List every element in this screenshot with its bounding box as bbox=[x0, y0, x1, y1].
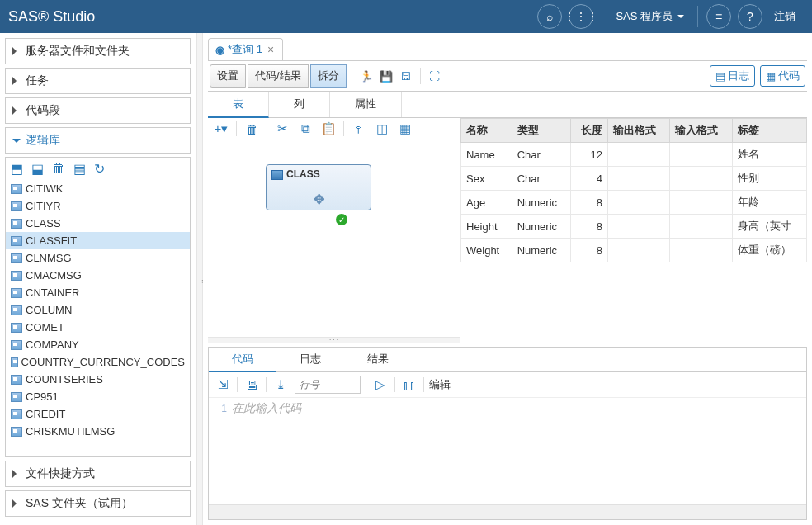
play-icon[interactable]: ▷ bbox=[371, 377, 389, 392]
cut-icon[interactable]: ✂ bbox=[274, 121, 290, 136]
app-logo: SAS® Studio bbox=[8, 8, 534, 26]
tree-item[interactable]: COUNTSERIES bbox=[6, 371, 190, 388]
table-row[interactable]: AgeNumeric8年龄 bbox=[461, 191, 807, 215]
acc-shortcuts[interactable]: 文件快捷方式 bbox=[5, 461, 191, 487]
tree-item[interactable]: CLASS bbox=[6, 215, 190, 232]
col-name-header[interactable]: 名称 bbox=[461, 119, 512, 143]
tab-column[interactable]: 列 bbox=[269, 92, 330, 117]
tab-results[interactable]: 结果 bbox=[344, 348, 412, 371]
tree-item[interactable]: CRISKMUTILMSG bbox=[6, 423, 190, 440]
delete-icon[interactable]: 🗑 bbox=[243, 122, 260, 136]
tree-item[interactable]: CREDIT bbox=[6, 405, 190, 423]
join-icon[interactable]: ⫯ bbox=[351, 122, 367, 136]
library-tree[interactable]: CITIWKCITIYRCLASSCLASSFITCLNMSGCMACMSGCN… bbox=[6, 180, 190, 456]
table-icon bbox=[271, 170, 283, 180]
dataset-icon bbox=[11, 288, 22, 298]
doc-tab-query1[interactable]: ◉ *查询 1 × bbox=[208, 38, 283, 60]
open-log-button[interactable]: ▤日志 bbox=[710, 65, 755, 87]
acc-libraries[interactable]: 逻辑库 bbox=[5, 127, 191, 154]
col-label-header[interactable]: 标签 bbox=[732, 119, 806, 143]
tab-table[interactable]: 表 bbox=[208, 92, 269, 118]
table-row[interactable]: WeightNumeric8体重（磅） bbox=[461, 239, 807, 262]
more-menu-icon[interactable]: ≡ bbox=[706, 4, 731, 29]
tree-item[interactable]: COUNTRY_CURRENCY_CODES bbox=[6, 353, 190, 371]
tree-item[interactable]: CITIWK bbox=[6, 180, 190, 197]
format-icon[interactable]: ⫿⫿ bbox=[400, 378, 418, 392]
tree-item[interactable]: CLASSFIT bbox=[6, 232, 190, 249]
goto-line-input[interactable] bbox=[295, 376, 361, 394]
lib-delete-icon[interactable]: 🗑 bbox=[52, 161, 65, 177]
table-node-class[interactable]: CLASS ✥ bbox=[266, 164, 371, 210]
table-row[interactable]: HeightNumeric8身高（英寸 bbox=[461, 215, 807, 239]
col-infmt-header[interactable]: 输入格式 bbox=[670, 119, 732, 143]
acc-tasks[interactable]: 任务 bbox=[5, 68, 191, 94]
fullscreen-icon[interactable]: ⛶ bbox=[426, 67, 444, 85]
tab-code[interactable]: 代码 bbox=[209, 348, 276, 372]
dataset-icon bbox=[11, 323, 22, 333]
layout-icon[interactable]: ◫ bbox=[374, 121, 390, 136]
acc-libraries-body: ⬒ ⬓ 🗑 ▤ ↻ CITIWKCITIYRCLASSCLASSFITCLNMS… bbox=[5, 157, 191, 457]
query-canvas[interactable]: CLASS ✥ ✓ bbox=[208, 140, 460, 337]
acc-server-files[interactable]: 服务器文件和文件夹 bbox=[5, 38, 191, 64]
dataset-icon bbox=[11, 219, 22, 229]
tree-item[interactable]: COLUMN bbox=[6, 301, 190, 319]
save-icon[interactable]: 💾 bbox=[377, 67, 395, 85]
code-editor[interactable]: 1在此输入代码 bbox=[209, 398, 806, 504]
export-icon[interactable]: ⇲ bbox=[214, 377, 232, 392]
download-icon[interactable]: ⤓ bbox=[271, 377, 290, 392]
help-icon[interactable]: ? bbox=[738, 4, 762, 29]
tree-item[interactable]: CMACMSG bbox=[6, 267, 190, 284]
tab-attributes[interactable]: 属性 bbox=[330, 92, 402, 117]
dataset-icon bbox=[11, 201, 22, 211]
table-row[interactable]: NameChar12姓名 bbox=[461, 143, 807, 167]
split-button[interactable]: 拆分 bbox=[310, 64, 347, 88]
settings-button[interactable]: 设置 bbox=[210, 64, 246, 88]
lib-properties-icon[interactable]: ▤ bbox=[73, 161, 86, 177]
tree-item[interactable]: COMET bbox=[6, 319, 190, 336]
apps-icon[interactable]: ⋮⋮⋮ bbox=[569, 4, 593, 29]
tree-item[interactable]: COMPANY bbox=[6, 336, 190, 353]
dataset-icon bbox=[11, 340, 22, 350]
lib-refresh-icon[interactable]: ↻ bbox=[94, 161, 105, 177]
tree-item[interactable]: CP951 bbox=[6, 388, 190, 405]
log-icon: ▤ bbox=[715, 70, 725, 83]
tree-item[interactable]: CNTAINER bbox=[6, 284, 190, 301]
code-results-button[interactable]: 代码/结果 bbox=[248, 64, 309, 88]
logout-link[interactable]: 注销 bbox=[766, 9, 804, 24]
content-area: ◉ *查询 1 × 设置 代码/结果 拆分 🏃 💾 🖫 ⛶ ▤日志 ▦代码 表 … bbox=[203, 33, 812, 525]
print-icon[interactable]: 🖶 bbox=[243, 378, 261, 392]
lib-new-icon[interactable]: ⬓ bbox=[31, 161, 44, 177]
edit-button[interactable]: 编辑 bbox=[429, 377, 451, 392]
save-as-icon[interactable]: 🖫 bbox=[397, 67, 415, 85]
dataset-icon bbox=[11, 184, 22, 194]
acc-snippets[interactable]: 代码段 bbox=[5, 97, 191, 124]
dataset-icon bbox=[11, 305, 22, 315]
col-length-header[interactable]: 长度 bbox=[570, 119, 607, 143]
tree-item[interactable]: CLNMSG bbox=[6, 249, 190, 267]
vertical-splitter[interactable] bbox=[196, 33, 203, 525]
table-row[interactable]: SexChar4性别 bbox=[461, 167, 807, 191]
open-code-button[interactable]: ▦代码 bbox=[760, 65, 805, 87]
col-type-header[interactable]: 类型 bbox=[512, 119, 570, 143]
add-icon[interactable]: +▾ bbox=[213, 121, 229, 136]
tab-log[interactable]: 日志 bbox=[276, 348, 344, 371]
lib-collapse-icon[interactable]: ⬒ bbox=[11, 161, 23, 177]
sidebar: 服务器文件和文件夹 任务 代码段 逻辑库 ⬒ ⬓ 🗑 ▤ ↻ CITIWKCIT… bbox=[0, 33, 196, 525]
columns-table: 名称 类型 长度 输出格式 输入格式 标签 NameChar12姓名SexCha… bbox=[460, 118, 807, 262]
node-status-ok-icon: ✓ bbox=[336, 214, 347, 225]
copy-icon[interactable]: ⧉ bbox=[297, 121, 314, 136]
tree-item[interactable]: CITIYR bbox=[6, 197, 190, 215]
canvas-hsplitter[interactable]: · · · bbox=[208, 337, 460, 343]
grid-icon[interactable]: ▦ bbox=[397, 121, 413, 136]
search-icon[interactable]: ⌕ bbox=[537, 4, 562, 29]
canvas-column: +▾ 🗑 ✂ ⧉ 📋 ⫯ ◫ ▦ CLASS ✥ bbox=[208, 118, 460, 343]
dataset-icon bbox=[11, 409, 22, 419]
dataset-icon bbox=[11, 375, 22, 385]
move-cursor-icon: ✥ bbox=[314, 192, 324, 207]
acc-sas-folders[interactable]: SAS 文件夹（试用） bbox=[5, 490, 191, 517]
close-tab-icon[interactable]: × bbox=[266, 43, 276, 56]
col-outfmt-header[interactable]: 输出格式 bbox=[607, 119, 669, 143]
paste-icon: 📋 bbox=[320, 121, 337, 136]
lib-toolbar: ⬒ ⬓ 🗑 ▤ ↻ bbox=[6, 158, 190, 180]
user-role-dropdown[interactable]: SAS 程序员 bbox=[607, 9, 692, 24]
